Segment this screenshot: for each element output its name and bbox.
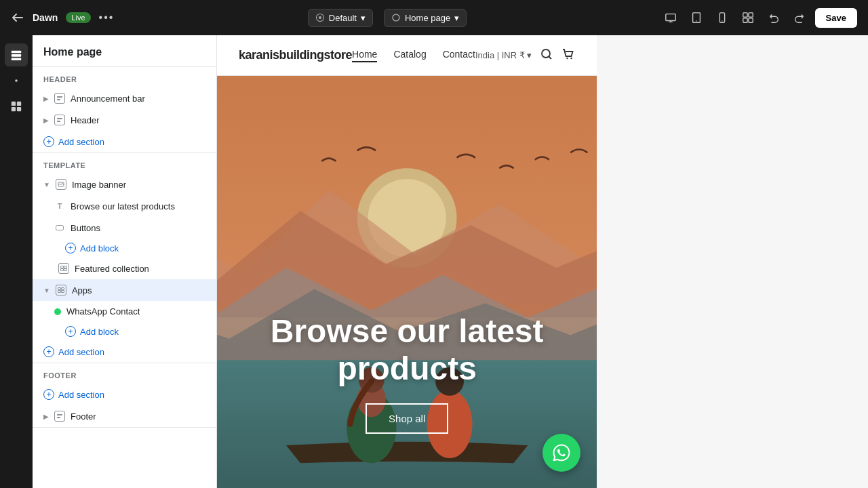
sidebar-item-featured-collection[interactable]: Featured collection (33, 258, 216, 279)
more-menu-button[interactable]: ••• (99, 12, 115, 24)
svg-rect-29 (61, 288, 64, 290)
region-selector[interactable]: India | INR ₹ ▾ (475, 50, 532, 60)
svg-rect-19 (57, 99, 60, 100)
add-block-button-apps[interactable]: + Add block (33, 322, 216, 341)
undo-button[interactable] (764, 7, 784, 28)
svg-rect-20 (57, 118, 62, 119)
text-block-icon: T (54, 201, 65, 211)
add-block-button-banner[interactable]: + Add block (33, 239, 216, 258)
sections-icon-btn[interactable] (5, 43, 28, 66)
sidebar-item-whatsapp-contact[interactable]: WhatsApp Contact (33, 301, 216, 322)
add-section-button-template[interactable]: + Add section (33, 341, 216, 363)
topbar: Dawn Live ••• Default ▾ Home page ▾ (0, 0, 868, 35)
sidebar-header: Home page (33, 35, 216, 67)
chevron-down-icon: ▼ (43, 181, 50, 188)
back-button[interactable] (11, 11, 24, 24)
store-logo: karanisbuildingstore (239, 48, 352, 62)
svg-point-4 (696, 20, 696, 21)
svg-rect-30 (58, 291, 60, 293)
browse-text-label: Browse our latest products (71, 201, 175, 211)
svg-rect-13 (12, 58, 21, 61)
svg-rect-27 (64, 269, 67, 271)
chevron-down-icon: ▼ (43, 287, 50, 294)
theme-label: Default (329, 13, 357, 23)
svg-rect-7 (743, 13, 747, 17)
add-block-apps-label: Add block (80, 327, 119, 337)
plus-icon: + (43, 346, 54, 357)
image-banner-icon (56, 179, 66, 190)
nav-home[interactable]: Home (352, 49, 377, 62)
svg-rect-33 (57, 417, 60, 418)
buttons-label: Buttons (71, 223, 100, 233)
redo-button[interactable] (789, 7, 810, 28)
page-selector[interactable]: Home page ▾ (384, 9, 467, 27)
sidebar: Home page Header ▶ Announcement bar ▶ He… (33, 35, 217, 488)
sidebar-item-browse-text[interactable]: T Browse our latest products (33, 195, 216, 217)
svg-rect-8 (749, 13, 753, 17)
settings-icon-btn[interactable] (5, 69, 28, 92)
hero-cta-button[interactable]: Shop all (366, 403, 448, 434)
live-badge: Live (66, 12, 90, 23)
svg-point-36 (571, 58, 572, 59)
theme-selector[interactable]: Default ▾ (308, 9, 373, 27)
svg-rect-31 (61, 291, 64, 293)
chevron-right-icon: ▶ (43, 117, 49, 124)
whatsapp-fab-icon (551, 443, 572, 463)
svg-rect-14 (12, 102, 16, 106)
plus-icon: + (43, 136, 54, 147)
sidebar-item-buttons[interactable]: Buttons (33, 217, 216, 239)
plus-icon: + (65, 326, 76, 337)
plus-icon: + (65, 243, 76, 253)
sidebar-item-announcement-bar[interactable]: ▶ Announcement bar (33, 87, 216, 109)
search-icon[interactable] (540, 47, 553, 63)
header-section-group: Header ▶ Announcement bar ▶ Header + Add… (33, 67, 216, 153)
announcement-bar-icon (54, 93, 65, 104)
add-section-template-label: Add section (58, 347, 104, 357)
header-item-label: Header (71, 115, 100, 125)
svg-rect-2 (665, 14, 675, 21)
blocks-icon-btn[interactable] (5, 95, 28, 118)
icon-bar (0, 35, 33, 488)
featured-collection-label: Featured collection (75, 264, 149, 274)
svg-rect-9 (743, 18, 747, 22)
sidebar-item-apps[interactable]: ▼ Apps (33, 279, 216, 301)
preview-area: karanisbuildingstore Home Catalog Contac… (217, 35, 597, 488)
svg-rect-11 (12, 51, 21, 54)
image-banner-label: Image banner (72, 180, 126, 190)
apps-icon (56, 285, 66, 296)
template-section-label: Template (33, 153, 216, 174)
svg-rect-28 (58, 288, 60, 290)
responsive-tablet-button[interactable] (686, 7, 707, 28)
svg-rect-18 (57, 96, 62, 98)
cart-icon[interactable] (561, 47, 575, 63)
whatsapp-fab-button[interactable] (542, 434, 580, 472)
add-section-button-header[interactable]: + Add section (33, 131, 216, 152)
responsive-mobile-button[interactable] (712, 7, 732, 28)
nav-contact[interactable]: Contact (443, 49, 475, 62)
svg-rect-23 (56, 226, 64, 230)
svg-rect-16 (12, 107, 16, 111)
svg-point-6 (722, 20, 722, 21)
footer-item-label: Footer (71, 411, 96, 422)
sidebar-item-image-banner[interactable]: ▼ Image banner (33, 174, 216, 195)
nav-catalog[interactable]: Catalog (393, 49, 426, 62)
store-header: karanisbuildingstore Home Catalog Contac… (217, 35, 597, 76)
add-section-footer-label: Add section (58, 390, 104, 400)
svg-rect-25 (64, 266, 67, 268)
hero-section: Browse our latest products Shop all (217, 76, 597, 488)
store-nav: Home Catalog Contact (352, 49, 475, 62)
svg-rect-12 (12, 54, 21, 57)
plus-icon: + (43, 389, 54, 400)
svg-rect-15 (17, 102, 21, 106)
add-block-label: Add block (80, 243, 119, 253)
sidebar-item-header[interactable]: ▶ Header (33, 109, 216, 131)
sidebar-item-footer[interactable]: ▶ Footer (33, 405, 216, 427)
responsive-desktop-button[interactable] (660, 7, 681, 28)
template-section-group: Template ▼ Image banner T Browse our lat… (33, 153, 216, 363)
page-title: Home page (43, 46, 205, 58)
save-button[interactable]: Save (815, 8, 857, 28)
hero-title: Browse our latest products (217, 312, 597, 387)
footer-icon (54, 411, 65, 422)
add-section-button-footer[interactable]: + Add section (33, 384, 216, 405)
zoom-button[interactable] (738, 7, 758, 28)
